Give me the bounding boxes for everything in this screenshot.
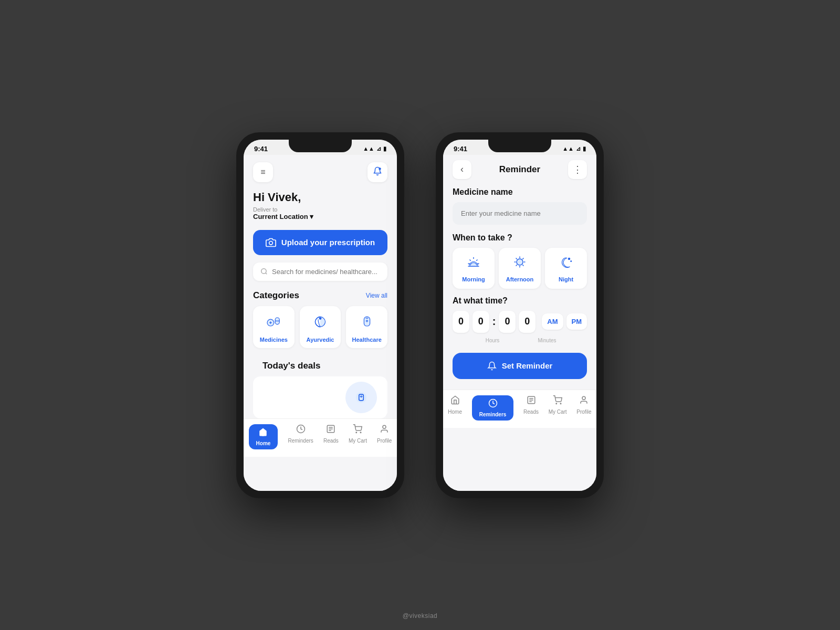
bell-set-icon [487,361,497,371]
signal-icon: ▲▲ [363,145,374,152]
svg-point-24 [383,425,386,428]
nav-profile[interactable]: Profile [377,424,392,449]
menu-button[interactable]: ≡ [253,162,273,182]
svg-point-1 [269,241,272,245]
svg-point-23 [361,432,362,433]
afternoon-label: Afternoon [506,276,534,282]
camera-icon [266,237,276,248]
home-nav-icon [258,427,268,439]
category-ayurvedic[interactable]: Ayurvedic [300,306,341,348]
svg-line-3 [266,273,267,275]
profile-nav-label: Profile [377,438,392,444]
status-icons-1: ▲▲ ⊿ ▮ [363,145,386,152]
time-separator: : [492,316,496,328]
svg-point-31 [517,259,523,265]
status-time-2: 9:41 [454,145,467,153]
set-reminder-button[interactable]: Set Reminder [453,353,587,379]
healthcare-icon [359,313,375,332]
svg-point-49 [582,396,585,400]
categories-list: Medicines Ayurvedic [244,306,397,356]
when-section: When to take ? [453,233,587,289]
reminder-header: ‹ Reminder ⋮ [443,155,596,184]
night-option[interactable]: Night [545,248,587,289]
svg-line-39 [516,265,517,266]
nav-cart[interactable]: My Cart [349,424,367,449]
prescription-button[interactable]: Upload your prescription [253,230,387,255]
svg-point-48 [560,403,561,404]
svg-point-22 [356,432,357,433]
minute-tens[interactable]: 0 [499,311,516,333]
watermark: @viveksiad [403,612,438,620]
healthcare-label: Healthcare [352,337,382,343]
r-nav-cart[interactable]: My Cart [549,395,567,421]
am-button[interactable]: AM [542,313,563,330]
afternoon-option[interactable]: Afternoon [499,248,541,289]
afternoon-icon [512,254,528,272]
r-reminders-icon [488,398,498,411]
hour-tens[interactable]: 0 [453,311,469,333]
category-healthcare[interactable]: Healthcare [346,306,387,348]
back-button[interactable]: ‹ [453,160,471,179]
nav-reads[interactable]: Reads [323,424,339,449]
prescription-label: Upload your prescription [281,238,375,247]
reads-nav-icon [326,424,335,436]
notification-button[interactable] [368,162,387,182]
status-time-1: 9:41 [254,145,268,153]
view-all-link[interactable]: View all [366,292,387,299]
categories-header: Categories View all [244,288,397,306]
wifi-icon-2: ⊿ [576,145,581,152]
r-home-icon [450,395,460,407]
deal-item [345,382,377,413]
ayurvedic-icon [312,313,329,332]
at-time-section: At what time? 0 0 : 0 0 AM PM [453,296,587,344]
location-selector[interactable]: Current Location ▾ [253,213,387,220]
more-options-button[interactable]: ⋮ [568,160,587,179]
svg-point-0 [379,167,381,170]
pm-button[interactable]: PM [566,313,587,330]
nav-home[interactable]: Home [249,424,278,449]
back-icon: ‹ [460,164,464,175]
medicines-icon [265,313,282,332]
r-reads-icon [527,395,536,407]
nav-reminders[interactable]: Reminders [288,424,313,449]
medicine-input[interactable] [453,202,587,225]
reads-nav-label: Reads [323,438,339,444]
svg-point-40 [568,257,571,260]
r-cart-icon [553,395,562,407]
categories-title: Categories [253,290,299,301]
hour-ones[interactable]: 0 [472,311,489,333]
home-header: ≡ [244,155,397,186]
svg-point-47 [556,403,557,404]
search-input[interactable] [272,268,380,276]
category-medicines[interactable]: Medicines [253,306,295,348]
svg-point-41 [570,260,572,262]
r-nav-home[interactable]: Home [448,395,462,421]
r-nav-reads[interactable]: Reads [523,395,539,421]
svg-point-9 [319,317,322,320]
svg-line-38 [522,258,523,259]
hours-sub-label: Hours [486,338,500,343]
minute-ones[interactable]: 0 [519,311,536,333]
home-screen: ≡ Hi Vivek, Deliver to [244,155,397,491]
time-sublabels: Hours Minutes [453,335,587,344]
morning-label: Morning [462,276,485,282]
reminder-screen: ‹ Reminder ⋮ Medicine name When to take … [443,155,596,491]
greeting-section: Hi Vivek, Deliver to Current Location ▾ [244,186,397,223]
r-home-label: Home [448,409,462,415]
notch [289,140,352,152]
more-icon: ⋮ [573,164,582,175]
r-nav-reminders[interactable]: Reminders [472,395,514,421]
hamburger-icon: ≡ [260,167,265,177]
battery-icon-2: ▮ [583,145,586,152]
home-nav-label: Home [256,440,271,446]
deals-preview [253,376,387,418]
night-icon [558,254,574,272]
medicine-section: Medicine name [453,187,587,233]
deals-header: Today's deals [253,359,387,376]
search-bar[interactable] [253,262,387,281]
morning-icon [466,254,481,272]
reminder-content: Medicine name When to take ? [443,184,596,390]
bell-icon [373,166,382,178]
r-nav-profile[interactable]: Profile [576,395,591,421]
morning-option[interactable]: Morning [453,248,495,289]
